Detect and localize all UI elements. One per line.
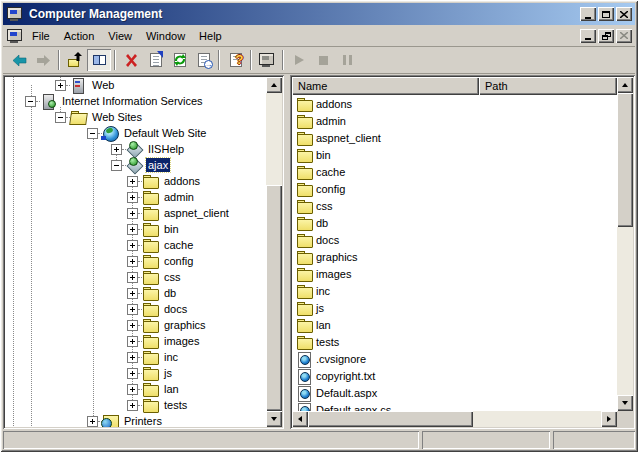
tree-item-docs[interactable]: docs	[5, 301, 266, 317]
scroll-left-button[interactable]	[292, 411, 308, 427]
list-item-js[interactable]: js	[292, 299, 617, 316]
tree-item-js[interactable]: js	[5, 365, 266, 381]
list-item-config[interactable]: config	[292, 180, 617, 197]
remote-computer-button[interactable]	[255, 49, 279, 71]
list-item-bin[interactable]: bin	[292, 146, 617, 163]
list-item-graphics[interactable]: graphics	[292, 248, 617, 265]
list-item-default-aspx-cs[interactable]: Default.aspx.cs	[292, 401, 617, 411]
scroll-down-button[interactable]	[617, 395, 633, 411]
tree-item-printers[interactable]: Printers	[5, 413, 266, 427]
tree-item-lan[interactable]: lan	[5, 381, 266, 397]
expand-plus-box[interactable]	[127, 192, 138, 203]
scroll-thumb[interactable]	[308, 411, 473, 427]
list-vertical-scrollbar[interactable]	[617, 77, 633, 411]
mdi-minimize-button[interactable]	[580, 29, 596, 43]
tree-item-aspnet-client[interactable]: aspnet_client	[5, 205, 266, 221]
play-button[interactable]	[287, 49, 311, 71]
mdi-restore-button[interactable]	[598, 29, 614, 43]
menu-file[interactable]: File	[25, 27, 57, 45]
delete-button[interactable]	[119, 49, 143, 71]
menu-window[interactable]: Window	[139, 27, 192, 45]
expand-plus-box[interactable]	[127, 208, 138, 219]
expand-plus-box[interactable]	[127, 400, 138, 411]
expand-plus-box[interactable]	[127, 288, 138, 299]
tree-item-cache[interactable]: cache	[5, 237, 266, 253]
expand-plus-box[interactable]	[127, 320, 138, 331]
tree-item-config[interactable]: config	[5, 253, 266, 269]
tree-item-web[interactable]: Web	[5, 77, 266, 93]
list-item-lan[interactable]: lan	[292, 316, 617, 333]
tree-vertical-scrollbar[interactable]	[266, 77, 282, 427]
tree-item-images[interactable]: images	[5, 333, 266, 349]
scroll-thumb[interactable]	[266, 185, 282, 411]
tree-item-graphics[interactable]: graphics	[5, 317, 266, 333]
expand-plus-box[interactable]	[127, 384, 138, 395]
show-hide-console-tree-button[interactable]	[87, 49, 111, 71]
list-item-cvsignore[interactable]: .cvsignore	[292, 350, 617, 367]
back-button[interactable]	[7, 49, 31, 71]
scroll-up-button[interactable]	[266, 77, 282, 93]
column-header-name[interactable]: Name	[292, 77, 479, 95]
maximize-button[interactable]	[598, 7, 614, 21]
list-item-inc[interactable]: inc	[292, 282, 617, 299]
titlebar[interactable]: Computer Management	[3, 3, 635, 25]
expand-plus-box[interactable]	[127, 304, 138, 315]
expand-plus-box[interactable]	[87, 416, 98, 427]
pause-button[interactable]	[335, 49, 359, 71]
tree-item-iishelp[interactable]: IISHelp	[5, 141, 266, 157]
up-one-level-button[interactable]	[63, 49, 87, 71]
list-horizontal-scrollbar[interactable]	[292, 411, 617, 427]
list-item-css[interactable]: css	[292, 197, 617, 214]
menu-view[interactable]: View	[101, 27, 139, 45]
tree-item-ajax[interactable]: ajax	[5, 157, 266, 173]
list-item-db[interactable]: db	[292, 214, 617, 231]
menu-help[interactable]: Help	[192, 27, 229, 45]
expand-plus-box[interactable]	[127, 224, 138, 235]
list-item-docs[interactable]: docs	[292, 231, 617, 248]
tree-item-web-sites[interactable]: Web Sites	[5, 109, 266, 125]
tree-item-inc[interactable]: inc	[5, 349, 266, 365]
tree-item-css[interactable]: css	[5, 269, 266, 285]
expand-plus-box[interactable]	[127, 176, 138, 187]
list-item-default-aspx[interactable]: Default.aspx	[292, 384, 617, 401]
properties-button[interactable]	[143, 49, 167, 71]
collapse-minus-box[interactable]	[55, 112, 66, 123]
tree-item-tests[interactable]: tests	[5, 397, 266, 413]
list-item-copyright-txt[interactable]: copyright.txt	[292, 367, 617, 384]
expand-plus-box[interactable]	[127, 352, 138, 363]
list-item-aspnet-client[interactable]: aspnet_client	[292, 129, 617, 146]
mdi-close-button[interactable]	[616, 29, 632, 43]
tree-item-bin[interactable]: bin	[5, 221, 266, 237]
export-list-button[interactable]: →	[191, 49, 215, 71]
expand-plus-box[interactable]	[55, 80, 66, 91]
stop-button[interactable]	[311, 49, 335, 71]
refresh-button[interactable]	[167, 49, 191, 71]
expand-plus-box[interactable]	[111, 144, 122, 155]
column-header-path[interactable]: Path	[479, 77, 617, 95]
scroll-down-button[interactable]	[266, 411, 282, 427]
list-item-images[interactable]: images	[292, 265, 617, 282]
console-window-icon[interactable]	[6, 29, 22, 43]
list-item-tests[interactable]: tests	[292, 333, 617, 350]
list-item-admin[interactable]: admin	[292, 112, 617, 129]
menu-action[interactable]: Action	[57, 27, 102, 45]
close-button[interactable]	[616, 7, 632, 21]
scroll-up-button[interactable]	[617, 77, 633, 93]
expand-plus-box[interactable]	[127, 336, 138, 347]
forward-button[interactable]	[31, 49, 55, 71]
list-item-cache[interactable]: cache	[292, 163, 617, 180]
tree-item-db[interactable]: db	[5, 285, 266, 301]
expand-plus-box[interactable]	[127, 256, 138, 267]
collapse-minus-box[interactable]	[25, 96, 36, 107]
list-item-addons[interactable]: addons	[292, 95, 617, 112]
tree-item-internet-information-services[interactable]: Internet Information Services	[5, 93, 266, 109]
tree-item-admin[interactable]: admin	[5, 189, 266, 205]
help-button[interactable]: ?	[223, 49, 247, 71]
minimize-button[interactable]	[580, 7, 596, 21]
expand-plus-box[interactable]	[127, 272, 138, 283]
tree-item-addons[interactable]: addons	[5, 173, 266, 189]
scroll-thumb[interactable]	[617, 93, 633, 227]
expand-plus-box[interactable]	[127, 368, 138, 379]
expand-plus-box[interactable]	[127, 240, 138, 251]
scroll-right-button[interactable]	[601, 411, 617, 427]
